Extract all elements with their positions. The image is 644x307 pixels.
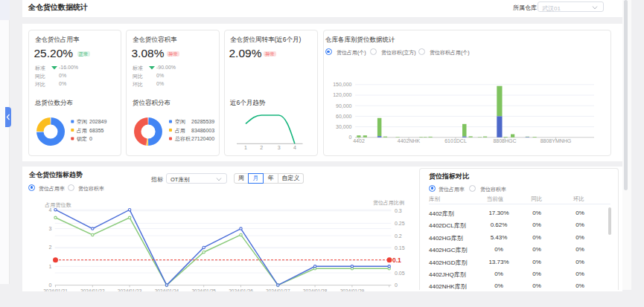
svg-text:60,000: 60,000 [336,114,352,119]
svg-text:2024/01/22: 2024/01/22 [80,288,105,292]
svg-text:3: 3 [49,226,52,231]
svg-text:0: 0 [89,136,92,141]
svg-text:2: 2 [49,245,52,250]
svg-text:2024/01/23: 2024/01/23 [118,288,142,292]
svg-text:货位占用比例: 货位占用比例 [373,200,404,206]
svg-text:4: 4 [293,145,296,150]
svg-text:0.15: 0.15 [395,245,405,251]
svg-text:8808YMNHG: 8808YMNHG [541,138,572,143]
svg-text:0.1: 0.1 [392,256,401,264]
svg-text:0: 0 [49,282,52,288]
svg-text:0.05: 0.05 [395,271,405,276]
svg-text:83486003: 83486003 [191,128,214,133]
svg-text:150,000: 150,000 [333,82,351,87]
svg-text:0.25: 0.25 [395,221,405,226]
svg-text:2024/01/29: 2024/01/29 [340,288,365,292]
svg-text:27120400: 27120400 [191,136,214,141]
svg-text:6101DCL: 6101DCL [444,138,467,143]
svg-text:2024/01/28: 2024/01/28 [303,288,328,292]
svg-text:120,000: 120,000 [333,92,351,97]
svg-text:8808HGC: 8808HGC [493,138,516,143]
svg-text:0.2: 0.2 [395,233,402,239]
svg-text:2: 2 [260,145,263,150]
svg-text:90,000: 90,000 [336,103,352,109]
svg-text:2024/01/21: 2024/01/21 [43,288,68,292]
svg-text:锁定: 锁定 [76,136,87,142]
svg-text:3: 3 [278,145,281,150]
svg-text:2024/01/24: 2024/01/24 [155,288,179,292]
svg-text:4: 4 [49,207,52,213]
svg-text:0: 0 [395,282,398,288]
svg-text:202849: 202849 [89,119,106,124]
svg-text:总容积: 总容积 [174,136,191,141]
svg-text:空闲: 空闲 [175,119,185,125]
svg-text:1: 1 [244,145,247,150]
svg-text:占用: 占用 [77,128,87,134]
svg-text:4402NHK: 4402NHK [398,138,421,143]
svg-text:1: 1 [49,264,52,269]
svg-text:2024/01/25: 2024/01/25 [191,288,216,292]
svg-text:2024/01/27: 2024/01/27 [266,288,290,292]
svg-text:4402: 4402 [353,138,365,143]
svg-text:68355: 68355 [89,128,104,133]
svg-text:2024/01/26: 2024/01/26 [229,288,253,292]
svg-text:空闲: 空闲 [77,119,87,125]
svg-text:0: 0 [349,135,352,140]
svg-text:30,000: 30,000 [336,124,352,129]
svg-text:占用: 占用 [175,128,185,134]
svg-text:26285539: 26285539 [191,119,214,124]
svg-text:0.3: 0.3 [395,208,402,213]
